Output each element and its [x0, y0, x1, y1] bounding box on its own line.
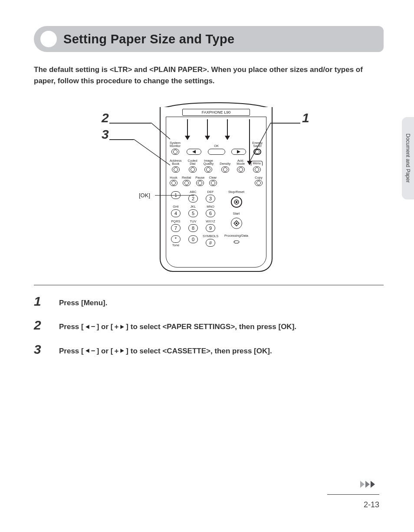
hook-button[interactable]	[170, 180, 177, 186]
svg-marker-3	[192, 150, 196, 153]
label-add-mode: Add. Mode	[237, 159, 245, 166]
callout-1: 1	[302, 111, 309, 125]
key-9[interactable]: 9	[206, 224, 215, 232]
key-7[interactable]: 7	[171, 224, 181, 232]
processing-led-icon	[233, 240, 240, 244]
key-4[interactable]: 4	[171, 209, 181, 217]
page-number: 2-13	[364, 500, 379, 509]
steps-list: 1 Press [Menu]. 2 Press [ − ] or [ + ] t…	[34, 297, 384, 357]
menu-button[interactable]	[253, 166, 261, 173]
label-tone: Tone	[172, 244, 179, 247]
label-copy: Copy	[255, 176, 263, 180]
left-minus-icon: −	[85, 321, 95, 333]
density-button[interactable]	[221, 166, 229, 173]
right-triangle-icon	[237, 150, 240, 153]
label-hook: Hook	[170, 176, 177, 180]
step-2: 2 Press [ − ] or [ + ] to select <PAPER …	[34, 321, 384, 333]
section-rule-icon	[34, 285, 384, 285]
add-mode-button[interactable]	[237, 166, 245, 173]
key-hash[interactable]: #	[206, 239, 215, 247]
model-plate: FAXPHONE L90	[182, 109, 250, 116]
image-quality-button[interactable]	[204, 166, 212, 173]
svg-point-9	[234, 241, 239, 243]
svg-marker-14	[360, 481, 365, 488]
step-num-3: 3	[34, 343, 47, 356]
key-8[interactable]: 8	[188, 224, 198, 232]
svg-marker-10	[85, 325, 89, 329]
heading-bar: Setting Paper Size and Type	[34, 26, 384, 52]
key-2[interactable]: 2	[188, 195, 198, 202]
side-tab-label: Document and Paper	[405, 134, 411, 183]
label-density: Density	[220, 162, 230, 166]
redial-button[interactable]	[183, 180, 191, 186]
svg-marker-12	[85, 349, 89, 353]
heading-bullet-icon	[40, 31, 57, 47]
system-monitor-button[interactable]	[171, 149, 179, 155]
intro-paragraph: The default setting is <LTR> and <PLAIN …	[34, 64, 384, 87]
callout-2: 2	[102, 111, 109, 125]
label-image-quality: Image Quality	[204, 159, 214, 166]
step-text-2: Press [ − ] or [ + ] to select <PAPER SE…	[59, 321, 296, 333]
chapter-side-tab: Document and Paper	[402, 117, 414, 199]
stop-icon	[234, 199, 239, 205]
minus-button[interactable]	[187, 149, 201, 155]
pause-button[interactable]	[196, 180, 204, 186]
step-3: 3 Press [ − ] or [ + ] to select <CASSET…	[34, 346, 384, 357]
svg-point-8	[236, 222, 237, 224]
svg-marker-4	[237, 150, 240, 153]
label-address-book: Address Book	[170, 159, 182, 166]
address-book-button[interactable]	[172, 166, 180, 173]
energy-saver-button[interactable]	[253, 149, 261, 155]
key-6[interactable]: 6	[206, 209, 215, 217]
start-diamond-icon	[233, 220, 240, 226]
svg-marker-15	[365, 481, 370, 488]
label-ok: OK	[214, 144, 219, 148]
label-stop-reset: Stop/Reset	[228, 190, 244, 194]
svg-marker-16	[371, 481, 375, 488]
label-clear: Clear	[209, 176, 217, 180]
left-triangle-icon	[192, 150, 196, 153]
label-start: Start	[233, 212, 240, 215]
key-1[interactable]: 1	[171, 191, 181, 199]
svg-marker-13	[121, 349, 124, 353]
label-system-monitor: System Monitor	[170, 141, 181, 148]
control-panel-diagram: FAXPHONE L90 2 3 1 [OK]	[106, 102, 312, 275]
coded-dial-button[interactable]	[189, 166, 197, 173]
svg-rect-6	[236, 201, 237, 203]
plus-button[interactable]	[231, 149, 246, 155]
key-star[interactable]: *	[171, 235, 181, 243]
step-num-2: 2	[34, 319, 47, 332]
footer-rule-icon	[327, 494, 379, 495]
svg-line-1	[134, 139, 170, 165]
plus-right-icon: +	[114, 321, 125, 333]
ok-leader-label: [OK]	[139, 192, 150, 199]
key-3[interactable]: 3	[206, 195, 215, 202]
svg-marker-11	[121, 325, 124, 329]
start-button[interactable]	[231, 218, 242, 229]
clear-button[interactable]	[209, 180, 217, 186]
leader-line-3-icon	[132, 139, 171, 170]
ok-button[interactable]	[208, 149, 225, 155]
label-menu: Menu	[251, 161, 263, 166]
label-redial: Redial	[182, 176, 191, 180]
key-5[interactable]: 5	[188, 209, 198, 217]
step-1: 1 Press [Menu].	[34, 297, 384, 309]
copy-button[interactable]	[255, 180, 263, 186]
key-0[interactable]: 0	[188, 235, 198, 243]
step-num-1: 1	[34, 295, 47, 308]
label-coded-dial: Coded Dial	[188, 159, 197, 166]
plus-right-icon: +	[114, 346, 125, 357]
label-processing: Processing/Data	[224, 234, 248, 238]
continued-arrows-icon	[360, 480, 379, 489]
step-text-3: Press [ − ] or [ + ] to select <CASSETTE…	[59, 346, 272, 357]
step-text-1: Press [Menu].	[59, 297, 107, 309]
label-energy-saver: Energy Saver	[252, 141, 263, 148]
label-pause: Pause	[195, 176, 204, 180]
stop-reset-button[interactable]	[231, 196, 242, 208]
left-minus-icon: −	[85, 346, 95, 357]
page-title: Setting Paper Size and Type	[63, 32, 234, 46]
callout-3: 3	[102, 127, 109, 142]
